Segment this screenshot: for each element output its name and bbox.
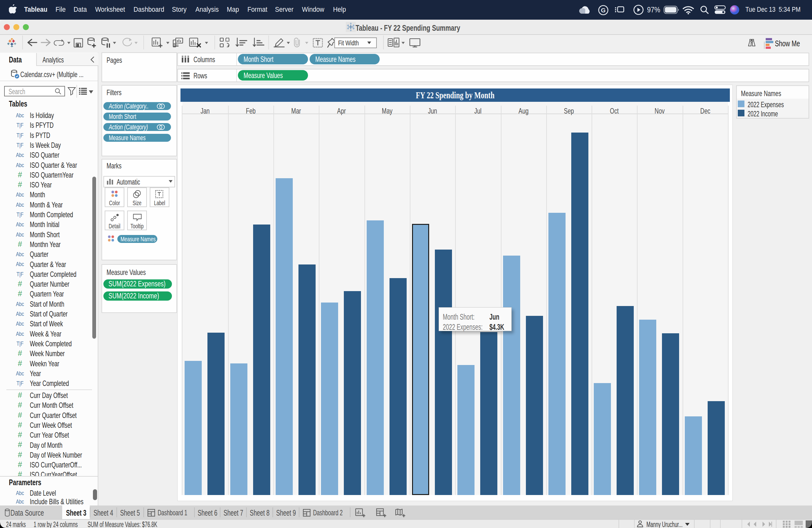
svg-text:G: G bbox=[601, 7, 606, 14]
